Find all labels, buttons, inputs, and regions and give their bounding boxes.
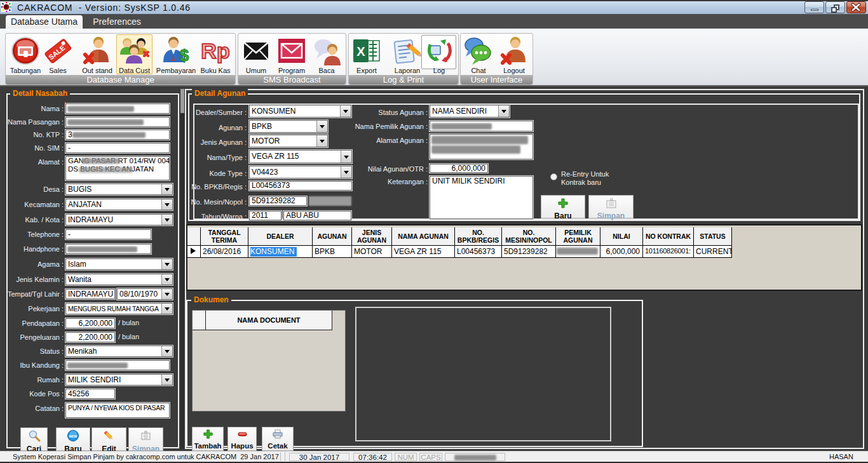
svg-text:NEW: NEW — [69, 434, 78, 438]
svg-text:Rp: Rp — [201, 39, 229, 63]
svg-text:$: $ — [180, 46, 189, 65]
svg-text:X: X — [356, 44, 365, 58]
